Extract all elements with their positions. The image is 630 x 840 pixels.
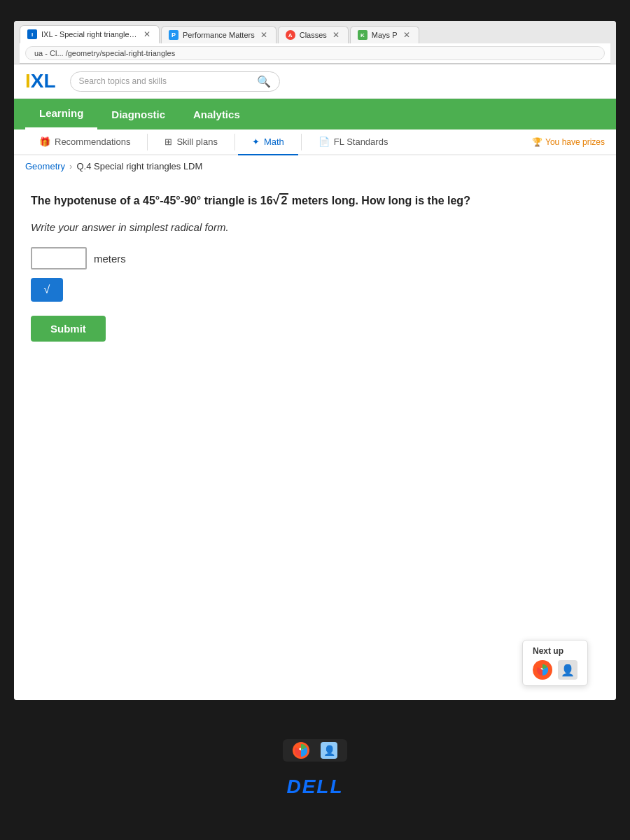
chrome-icon (533, 660, 552, 680)
sqrt-radicand-display: 2 (279, 193, 288, 206)
dell-logo: DELL (286, 776, 343, 797)
sub-nav-skill-plans[interactable]: ⊞ Skill plans (150, 130, 232, 155)
doc-icon: 📄 (318, 136, 330, 147)
tab-close-classes[interactable]: ✕ (331, 30, 341, 40)
tab-favicon-ixl: I (27, 29, 37, 39)
tab-label-classes: Classes (300, 31, 327, 39)
nav-learning[interactable]: Learning (25, 99, 97, 130)
tabs-row: I IXL - Special right triangles (Geo ✕ P… (20, 25, 610, 43)
tab-ixl[interactable]: I IXL - Special right triangles (Geo ✕ (20, 25, 160, 43)
sub-nav-fl-standards[interactable]: 📄 FL Standards (304, 130, 402, 155)
address-bar[interactable]: ua - Cl... /geometry/special-right-trian… (25, 46, 605, 60)
taskbar-chrome-icon[interactable] (293, 742, 309, 759)
sub-nav-skill-plans-label: Skill plans (176, 136, 218, 147)
address-path: /geometry/special-right-triangles (66, 49, 176, 57)
browser-content: IXL Search topics and skills 🔍 Learning … (14, 64, 616, 700)
sub-nav-recommendations-label: Recommendations (55, 136, 130, 147)
nav-diagnostic[interactable]: Diagnostic (97, 100, 179, 129)
sub-nav-math-label: Math (264, 136, 284, 147)
prizes-badge: 🏆 You have prizes (532, 137, 605, 147)
nav-bar: Learning Diagnostic Analytics (14, 99, 616, 130)
search-bar[interactable]: Search topics and skills 🔍 (70, 71, 280, 92)
gift-icon: 🎁 (39, 136, 50, 147)
dell-logo-container: DELL (286, 776, 343, 798)
browser-chrome: I IXL - Special right triangles (Geo ✕ P… (14, 21, 616, 64)
sqrt-button-row: √ (31, 278, 599, 302)
breadcrumb-parent[interactable]: Geometry (25, 161, 65, 172)
person-icon: 👤 (558, 660, 578, 680)
tab-mays[interactable]: K Mays P ✕ (350, 26, 419, 43)
question-text-before: The hypotenuse of a 45°-45°-90° triangle… (31, 195, 273, 206)
answer-input[interactable] (31, 247, 87, 270)
ixl-logo-xl: XL (31, 70, 56, 92)
tab-pm[interactable]: P Performance Matters ✕ (161, 26, 276, 43)
tab-classes[interactable]: A Classes ✕ (278, 26, 349, 43)
trophy-icon: 🏆 (532, 137, 542, 147)
main-content: The hypotenuse of a 45°-45°-90° triangle… (14, 177, 616, 700)
next-up-label: Next up (533, 646, 578, 656)
submit-row: Submit (31, 302, 599, 342)
search-icon[interactable]: 🔍 (257, 75, 271, 88)
breadcrumb-current: Q.4 Special right triangles LDM (76, 161, 202, 172)
tab-favicon-classes: A (286, 30, 295, 40)
address-prefix: ua - Cl... (34, 49, 64, 57)
prizes-text: You have prizes (545, 137, 605, 147)
taskbar-person-icon[interactable]: 👤 (321, 742, 337, 759)
sqrt-symbol-display: √ (273, 193, 280, 207)
taskbar-person-symbol: 👤 (323, 745, 335, 756)
breadcrumb: Geometry › Q.4 Special right triangles L… (14, 155, 616, 177)
sub-nav-divider-3 (301, 134, 302, 150)
tab-close-pm[interactable]: ✕ (259, 30, 269, 40)
sub-nav-recommendations[interactable]: 🎁 Recommendations (25, 130, 144, 155)
tab-label-pm: Performance Matters (183, 31, 255, 39)
laptop-bottom: 👤 DELL (283, 739, 347, 798)
answer-unit: meters (94, 253, 126, 265)
star-icon: ✦ (252, 136, 260, 147)
taskbar: 👤 (283, 739, 347, 762)
sub-nav-divider-2 (234, 134, 235, 150)
next-up-panel: Next up 👤 (522, 640, 588, 686)
tab-close-mays[interactable]: ✕ (402, 30, 412, 40)
grid-icon: ⊞ (164, 136, 172, 147)
sub-nav: 🎁 Recommendations ⊞ Skill plans ✦ Math 📄… (14, 130, 616, 155)
answer-row: meters (31, 247, 599, 270)
tab-favicon-pm: P (169, 30, 178, 40)
ixl-header: IXL Search topics and skills 🔍 (14, 64, 616, 99)
ixl-logo-i: I (25, 70, 31, 92)
sub-nav-math[interactable]: ✦ Math (238, 130, 298, 155)
sqrt-button[interactable]: √ (31, 278, 63, 302)
breadcrumb-chevron-icon: › (69, 161, 72, 172)
submit-button[interactable]: Submit (31, 316, 106, 342)
browser-window: I IXL - Special right triangles (Geo ✕ P… (14, 21, 616, 700)
search-placeholder-text: Search topics and skills (79, 76, 167, 86)
tab-favicon-mays: K (358, 30, 368, 40)
instruction-text: Write your answer in simplest radical fo… (31, 221, 599, 233)
tab-label-ixl: IXL - Special right triangles (Geo (41, 30, 138, 38)
question-text-after: meters long. How long is the leg? (288, 195, 470, 206)
tab-label-mays: Mays P (372, 31, 398, 39)
nav-analytics[interactable]: Analytics (179, 100, 254, 129)
sqrt-button-icon: √ (44, 284, 50, 296)
sub-nav-divider-1 (147, 134, 148, 150)
sub-nav-fl-standards-label: FL Standards (334, 136, 388, 147)
ixl-logo: IXL (25, 70, 56, 92)
question-text: The hypotenuse of a 45°-45°-90° triangle… (31, 191, 599, 210)
tab-close-ixl[interactable]: ✕ (142, 29, 152, 39)
address-bar-row: ua - Cl... /geometry/special-right-trian… (20, 43, 610, 64)
